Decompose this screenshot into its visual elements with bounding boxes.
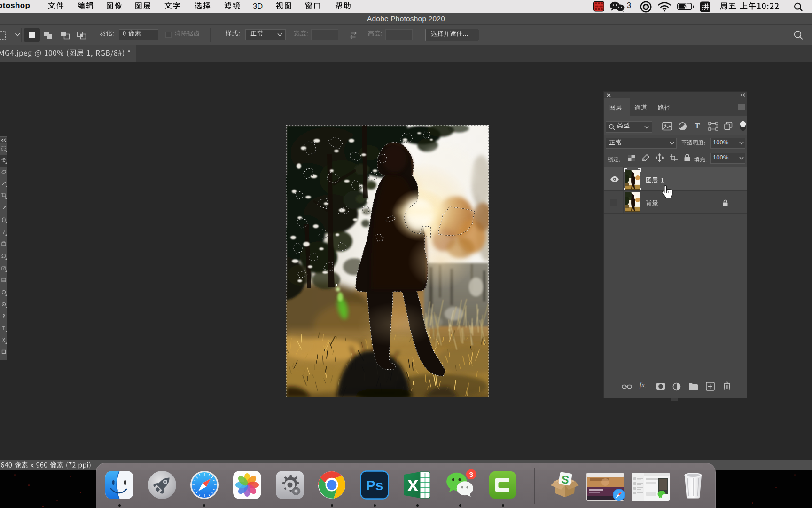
svg-text:3: 3 xyxy=(469,470,473,478)
svg-text:Ps: Ps xyxy=(366,477,383,493)
